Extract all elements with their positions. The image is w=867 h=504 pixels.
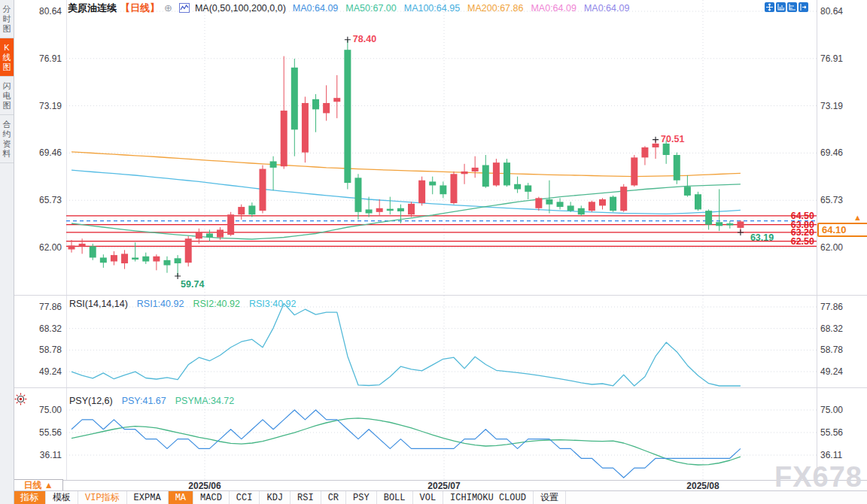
- axis-label-left-69.46: 69.46: [14, 147, 62, 158]
- axis-label-right-36.11: 36.11: [820, 450, 865, 460]
- rsi-value-1: RSI1:40.92: [137, 299, 184, 309]
- sidebar-tab-1[interactable]: 分时图: [0, 0, 14, 38]
- ma-value-6: MA0:64.09: [584, 3, 629, 14]
- axis-label-left-68.32: 68.32: [14, 323, 62, 334]
- toolbar-item-MA[interactable]: MA: [169, 491, 193, 504]
- toolbar-item-CCI[interactable]: CCI: [230, 491, 260, 504]
- psy-formula[interactable]: PSY(12,6): [69, 396, 113, 406]
- ma-value-5: MA0:64.09: [531, 3, 576, 14]
- axis-label-left-58.78: 58.78: [14, 345, 62, 355]
- axis-label-right-75.00: 75.00: [820, 405, 865, 415]
- timeframe-tag[interactable]: 【日线】: [120, 2, 160, 15]
- price-scale-icon[interactable]: [776, 2, 786, 12]
- ma-value-4: MA200:67.86: [467, 3, 523, 14]
- plot-right-border: [817, 0, 817, 480]
- axis-label-right-65.73: 65.73: [820, 195, 865, 205]
- ma-value-2: MA50:67.00: [345, 3, 396, 14]
- axis-label-right-77.86: 77.86: [820, 302, 865, 312]
- sidebar-tab-2[interactable]: K线图: [0, 38, 14, 77]
- axis-label-right-49.24: 49.24: [820, 366, 865, 377]
- axis-label-right-62.00: 62.00: [820, 242, 865, 253]
- axis-label-right-68.32: 68.32: [820, 323, 865, 334]
- psy-header: PSY(12,6) PSY:41.67PSYMA:34.72: [69, 395, 234, 406]
- axis-label-left-77.86: 77.86: [14, 302, 62, 312]
- rsi-value-2: RSI2:40.92: [193, 299, 240, 309]
- toolbar-item-BOLL[interactable]: BOLL: [377, 491, 413, 504]
- price-marker-label: 63.19: [750, 232, 774, 243]
- toolbar-item-指标[interactable]: 指标: [14, 491, 46, 504]
- extreme-cross-marker: [738, 229, 744, 235]
- trading-app-window: 分时图K线图闪电图合约资料 59.7478.4070.5163.1964.506…: [0, 0, 867, 504]
- toolbar-item-ICHIMOKU CLOUD[interactable]: ICHIMOKU CLOUD: [443, 491, 534, 504]
- ma-formula: MA(0,50,100,200,0,0): [195, 3, 286, 14]
- psy-values: PSY:41.67PSYMA:34.72: [122, 396, 235, 406]
- chart-style-icon[interactable]: [179, 3, 190, 13]
- time-scale-icon[interactable]: [787, 2, 797, 12]
- extreme-cross-marker: [175, 273, 181, 279]
- rsi-value-3: RSI3:40.92: [249, 299, 297, 309]
- month-label-2025/07: 2025/07: [421, 481, 467, 491]
- price-up-arrow-icon: ▲: [853, 214, 862, 221]
- ma-values: MA0:64.09MA50:67.00MA100:64.95MA200:67.8…: [293, 3, 630, 14]
- pan-icon[interactable]: [765, 2, 774, 12]
- axis-label-right-55.56: 55.56: [820, 427, 865, 438]
- toolbar-item-CR[interactable]: CR: [321, 491, 346, 504]
- rsi-values: RSI1:40.92RSI2:40.92RSI3:40.92: [137, 299, 297, 309]
- toolbar-item-PSY[interactable]: PSY: [346, 491, 377, 504]
- extreme-cross-marker: [345, 37, 351, 43]
- main-rsi-divider: [14, 295, 867, 296]
- month-label-2025/06: 2025/06: [182, 481, 227, 491]
- toolbar-item-VIP指标[interactable]: VIP指标: [78, 491, 127, 504]
- axis-label-left-76.91: 76.91: [14, 53, 62, 64]
- current-price-box[interactable]: 64.10: [817, 223, 867, 237]
- sidebar-tab-3[interactable]: 闪电图: [0, 77, 14, 115]
- axis-label-left-49.24: 49.24: [14, 366, 62, 377]
- axis-label-left-36.11: 36.11: [14, 450, 62, 460]
- psy-value-2: PSYMA:34.72: [175, 396, 235, 406]
- add-indicator-icon[interactable]: ⊕: [164, 2, 172, 14]
- axis-label-left-62.00: 62.00: [14, 242, 62, 253]
- price-marker-label: 70.51: [661, 134, 684, 144]
- axis-label-left-80.64: 80.64: [14, 6, 62, 17]
- axis-label-left-65.73: 65.73: [14, 195, 62, 205]
- rsi-formula[interactable]: RSI(14,14,14): [69, 299, 128, 309]
- rsi-psy-divider: [14, 387, 867, 388]
- axis-label-right-58.78: 58.78: [820, 345, 865, 355]
- toolbar-item-MACD[interactable]: MACD: [193, 491, 230, 504]
- axis-label-right-69.46: 69.46: [820, 147, 865, 158]
- month-label-2025/08: 2025/08: [680, 481, 726, 491]
- time-axis-row: 日线 ▲ 2025/062025/072025/08: [14, 480, 867, 491]
- rsi-header: RSI(14,14,14) RSI1:40.92RSI2:40.92RSI3:4…: [69, 298, 296, 309]
- main-candlestick-panel[interactable]: 59.7478.4070.5163.1964.5063.8063.2062.50: [66, 0, 817, 296]
- sidebar-tab-4[interactable]: 合约资料: [0, 115, 14, 163]
- rsi-panel[interactable]: [66, 296, 817, 387]
- toolbar-item-RSI[interactable]: RSI: [291, 491, 321, 504]
- indicator-settings-icon[interactable]: [14, 393, 27, 408]
- indicator-toolbar: 指标模板VIP指标EXPMAMAMACDCCIKDJRSICRPSYBOLLVO…: [14, 490, 867, 504]
- axis-label-right-76.91: 76.91: [820, 53, 865, 64]
- axis-label-right-80.64: 80.64: [820, 6, 865, 17]
- toolbar-item-模板[interactable]: 模板: [46, 491, 78, 504]
- toolbar-item-KDJ[interactable]: KDJ: [260, 491, 291, 504]
- axis-label-left-73.19: 73.19: [14, 101, 62, 111]
- level-line-label: 62.50: [791, 236, 814, 247]
- toolbar-item-设置[interactable]: 设置: [534, 491, 566, 504]
- instrument-title: 美原油连续: [68, 2, 117, 15]
- ma-value-3: MA100:64.95: [404, 3, 460, 14]
- sidebar: 分时图K线图闪电图合约资料: [0, 0, 14, 504]
- toolbar-item-EXPMA[interactable]: EXPMA: [127, 491, 169, 504]
- axis-label-right-73.19: 73.19: [820, 101, 865, 111]
- price-marker-label: 59.74: [181, 279, 204, 290]
- price-marker-label: 78.40: [353, 34, 376, 44]
- ma-value-1: MA0:64.09: [293, 3, 338, 14]
- go-latest-icon[interactable]: [799, 2, 808, 12]
- chart-header: 美原油连续 【日线】 ⊕ MA(0,50,100,200,0,0) MA0:64…: [68, 2, 629, 14]
- extreme-cross-marker: [653, 137, 659, 143]
- toolbar-item-VOL[interactable]: VOL: [413, 491, 444, 504]
- axis-label-left-55.56: 55.56: [14, 427, 62, 438]
- psy-value-1: PSY:41.67: [122, 396, 166, 406]
- chart-window-controls: [765, 2, 808, 12]
